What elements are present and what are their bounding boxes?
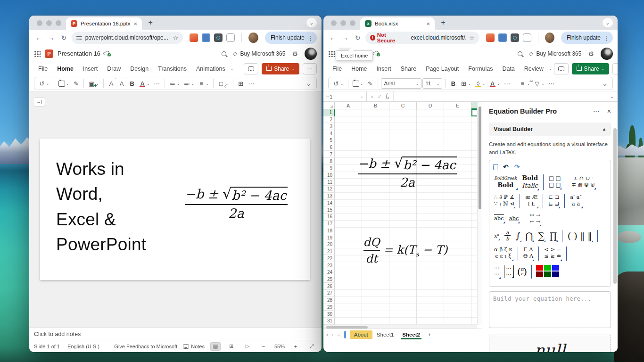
row-header-6[interactable]: 6 [323,144,335,151]
finish-update-button[interactable]: Finish update ⋮ [265,32,317,44]
delete-icon[interactable] [493,165,497,170]
row-header-1[interactable]: 1 [323,109,335,116]
symbol-button[interactable]: ⋯⋯ [493,264,501,279]
not-secure-chip[interactable]: ! Not Secure [370,32,404,43]
designer-button[interactable]: ⊞ [236,78,246,89]
ribbon-tab-animations[interactable]: Animations [192,64,230,74]
fill-color-button[interactable]: ◊⌄ [473,78,487,89]
browser-tab[interactable]: x Book.xlsx × [360,17,435,30]
browser-menu-icon[interactable]: ⋮ [307,34,314,41]
notes-toggle[interactable]: Notes [183,344,205,349]
comments-button[interactable] [244,63,258,74]
tab-search-button[interactable]: ⌄ [603,18,613,27]
color-swatch[interactable] [536,265,543,271]
more-font-options-button[interactable]: ⋯ [152,78,162,89]
row-header-10[interactable]: 10 [323,172,335,179]
column-header-d[interactable]: D [417,102,444,109]
ribbon-tab-data[interactable]: Data [498,64,519,74]
url-text[interactable]: excel.cloud.microsoft/... [411,34,466,41]
column-headers[interactable]: ABCDEF [323,102,482,109]
account-avatar[interactable] [305,48,317,60]
symbol-button[interactable]: a′ a″ȧ ä [569,194,582,208]
settings-gear-icon[interactable]: ⚙ [292,50,298,58]
undo-button[interactable]: ↺⌄ [37,78,51,89]
bookmark-star-icon[interactable]: ☆ [469,34,475,41]
sheet-tab-about[interactable]: About [350,330,372,339]
quadratic-formula-image[interactable]: −b ± √b² − 4ac 2a [347,156,468,189]
powerpoint-logo-icon[interactable]: P [45,49,53,58]
share-button[interactable]: Share ⌄ [572,63,610,74]
ribbon-tab-insert[interactable]: Insert [79,64,102,74]
ribbon-tab-insert[interactable]: Insert [372,64,396,74]
more-ribbon-options-button[interactable]: ⋯ [612,63,618,74]
zoom-in-icon[interactable]: + [290,342,301,351]
ribbon-tab-home[interactable]: Home [347,64,371,74]
ribbon-tab-design[interactable]: Design [126,64,153,74]
symbol-button[interactable]: ⋂ [525,230,534,242]
clipboard-extension-icon[interactable] [523,33,531,42]
color-swatch[interactable] [536,272,543,277]
hydrant-extension-icon[interactable] [190,33,198,42]
app-launcher-icon[interactable] [34,50,41,57]
add-sheet-button[interactable]: + [428,332,431,337]
slideshow-button[interactable]: ▷ [242,342,253,351]
heat-transfer-equation-image[interactable]: dQ dt = k(Ts − T) [348,236,463,265]
finish-update-button[interactable]: Finish update ⋮ [561,32,613,44]
slide-editing-canvas[interactable]: →] Works inWord,Excel &PowerPoint −b ± √… [29,91,322,328]
color-swatch[interactable] [544,265,551,271]
shield-extension-icon[interactable] [498,33,507,42]
formula-input[interactable] [394,91,607,101]
reload-icon[interactable]: ↻ [353,33,362,43]
collapse-section-icon[interactable]: ▲ [602,127,606,132]
slide[interactable]: Works inWord,Excel &PowerPoint −b ± √b² … [40,139,310,280]
vertical-scrollbar-thumb[interactable] [479,107,481,209]
row-header-18[interactable]: 18 [323,227,335,234]
browser-tab[interactable]: P Presentation 16.pptx × [66,17,142,30]
feedback-link[interactable]: Give Feedback to Microsoft [114,344,177,349]
more-ribbon-options-button[interactable]: ⋯ [303,63,317,74]
row-header-27[interactable]: 27 [323,290,335,297]
pane-more-options-icon[interactable]: ⋯ [593,107,600,115]
shapes-button[interactable]: □⌄ [216,78,230,89]
devtools-extension-icon[interactable] [214,33,223,42]
row-header-19[interactable]: 19 [323,234,335,241]
back-icon[interactable]: ← [34,33,44,43]
column-header-a[interactable]: A [335,102,362,109]
hydrant-extension-icon[interactable] [486,33,495,42]
row-header-12[interactable]: 12 [323,186,335,193]
partial-sheet-tab[interactable] [344,331,346,338]
ribbon-tab-transitions[interactable]: Transitions [154,64,191,74]
share-button[interactable]: Share ⌄ [262,63,299,74]
symbol-button[interactable]: abc [508,215,520,223]
new-slide-button[interactable]: ▣⌄ [87,78,100,89]
row-header-26[interactable]: 26 [323,283,335,290]
row-header-5[interactable]: 5 [323,137,335,144]
more-ribbon-tabs-icon[interactable]: ⌄ [231,66,234,71]
symbol-button[interactable]: ∏ [549,230,558,242]
forward-icon[interactable]: → [47,33,57,43]
row-header-21[interactable]: 21 [323,248,335,255]
cancel-icon[interactable]: × [371,94,374,99]
row-header-2[interactable]: 2 [323,116,335,123]
row-header-25[interactable]: 25 [323,276,335,283]
vertical-scrollbar[interactable] [477,102,482,325]
cells-area[interactable]: −b ± √b² − 4ac 2a dQ dt = k(Ts − T) [335,109,477,325]
back-icon[interactable]: ← [328,33,338,43]
symbol-button[interactable]: α β ζ κϵ ε ι ξ [493,246,513,261]
borders-button[interactable]: ⊞⌄ [459,78,472,89]
symbol-button[interactable]: abc [493,215,505,223]
ribbon-tab-home[interactable]: Home [53,64,78,74]
row-header-11[interactable]: 11 [323,179,335,186]
row-header-28[interactable]: 28 [323,297,335,304]
enter-icon[interactable]: ✓ [378,93,382,100]
symbol-button[interactable]: ⋯⋯ [504,265,514,278]
more-commands-button[interactable]: ⋯ [247,78,256,89]
row-header-7[interactable]: 7 [323,151,335,158]
row-header-3[interactable]: 3 [323,123,335,130]
forward-icon[interactable]: → [340,33,350,43]
binom-symbol-button[interactable]: (nr) [517,266,527,277]
new-tab-button[interactable]: + [438,17,449,28]
slide-equation[interactable]: −b ± √b² − 4ac 2a [176,187,297,221]
color-swatch[interactable] [544,272,551,277]
row-header-17[interactable]: 17 [323,221,335,228]
